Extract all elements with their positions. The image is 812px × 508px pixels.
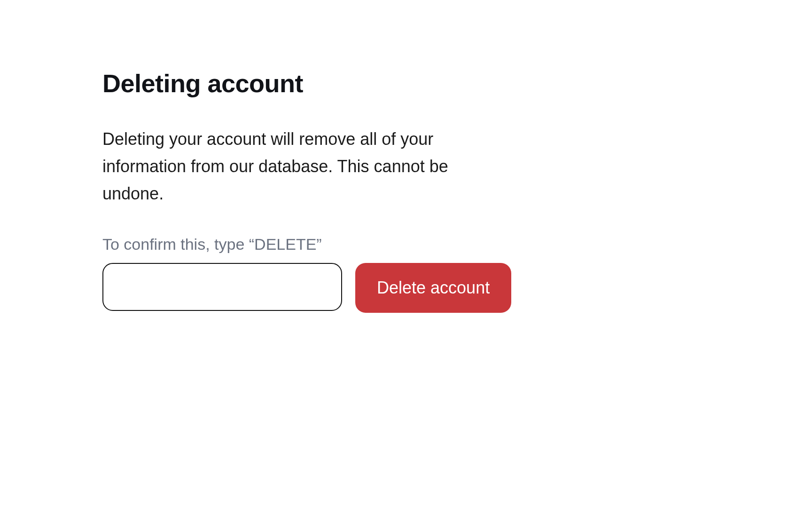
dialog-heading: Deleting account — [102, 70, 535, 97]
delete-account-dialog: Deleting account Deleting your account w… — [102, 70, 535, 313]
delete-account-button[interactable]: Delete account — [355, 263, 511, 313]
confirm-input-row: Delete account — [102, 263, 535, 313]
confirm-instruction-label: To confirm this, type “DELETE” — [102, 235, 535, 254]
confirm-delete-input[interactable] — [102, 263, 342, 311]
dialog-description: Deleting your account will remove all of… — [102, 126, 507, 207]
